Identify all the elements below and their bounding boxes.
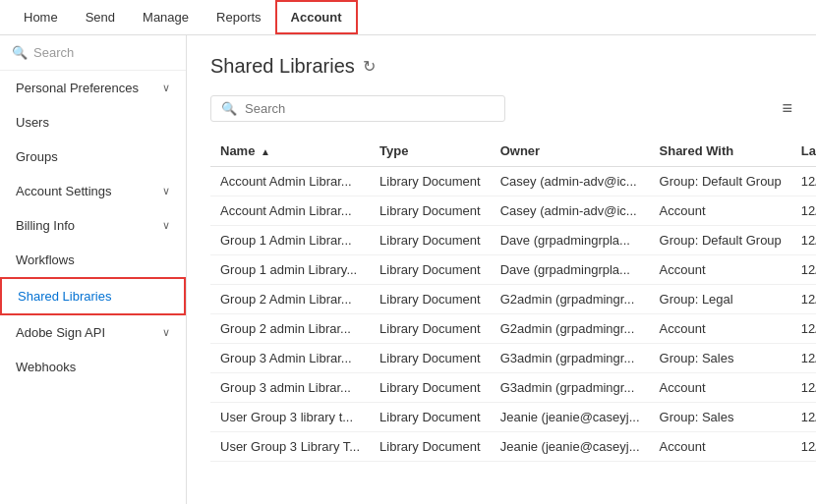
nav-manage[interactable]: Manage	[129, 0, 203, 34]
nav-account[interactable]: Account	[275, 0, 358, 34]
cell-type: Library Document	[370, 344, 491, 373]
cell-shared-with: Group: Sales	[650, 403, 791, 432]
cell-name: Group 1 Admin Librar...	[210, 226, 370, 255]
chevron-down-icon: ∨	[162, 326, 170, 339]
cell-type: Library Document	[370, 373, 491, 403]
table-row[interactable]: Group 3 admin Librar... Library Document…	[210, 373, 816, 403]
hamburger-icon[interactable]: ≡	[782, 98, 792, 119]
col-last-mod[interactable]: Last Modification	[791, 136, 816, 167]
sidebar-item-label: Account Settings	[16, 184, 112, 198]
cell-name: Account Admin Librar...	[210, 167, 370, 196]
cell-owner: G2admin (grpadmingr...	[491, 314, 650, 344]
nav-reports[interactable]: Reports	[203, 0, 275, 34]
sidebar-item-personal-preferences[interactable]: Personal Preferences ∨	[0, 71, 186, 105]
sidebar-item-billing-info[interactable]: Billing Info ∨	[0, 208, 186, 243]
cell-name: Group 2 admin Librar...	[210, 314, 370, 344]
sidebar: 🔍 Search Personal Preferences ∨ Users Gr…	[0, 35, 187, 504]
table-row[interactable]: Group 3 Admin Librar... Library Document…	[210, 344, 816, 373]
cell-shared-with: Group: Legal	[650, 285, 791, 314]
sidebar-item-webhooks[interactable]: Webhooks	[0, 350, 186, 384]
sidebar-item-users[interactable]: Users	[0, 105, 186, 140]
cell-shared-with: Group: Default Group	[650, 226, 791, 255]
cell-shared-with: Account	[650, 432, 791, 462]
nav-home[interactable]: Home	[10, 0, 72, 34]
sidebar-item-label: Shared Libraries	[18, 289, 111, 304]
cell-last-mod: 12/05/2019	[791, 432, 816, 462]
cell-last-mod: 12/05/2019	[791, 255, 816, 285]
col-owner-label: Owner	[500, 143, 540, 158]
table-row[interactable]: User Group 3 Library T... Library Docume…	[210, 432, 816, 462]
col-type-label: Type	[379, 143, 408, 158]
sidebar-item-label: Users	[16, 115, 49, 130]
search-input-wrap[interactable]: 🔍	[210, 95, 505, 122]
cell-last-mod: 12/05/2019	[791, 167, 816, 196]
page-title: Shared Libraries	[210, 55, 355, 78]
sidebar-item-label: Adobe Sign API	[16, 325, 105, 340]
sidebar-item-adobe-sign-api[interactable]: Adobe Sign API ∨	[0, 315, 186, 350]
cell-shared-with: Account	[650, 255, 791, 285]
table-row[interactable]: Group 2 Admin Librar... Library Document…	[210, 285, 816, 314]
table-row[interactable]: Group 1 admin Library... Library Documen…	[210, 255, 816, 285]
sidebar-item-label: Groups	[16, 149, 58, 164]
cell-owner: Dave (grpadmingrpla...	[491, 255, 650, 285]
table-row[interactable]: Group 1 Admin Librar... Library Document…	[210, 226, 816, 255]
sidebar-item-shared-libraries[interactable]: Shared Libraries	[0, 277, 186, 315]
chevron-down-icon: ∨	[162, 219, 170, 232]
cell-type: Library Document	[370, 255, 491, 285]
cell-owner: Jeanie (jeanie@caseyj...	[491, 403, 650, 432]
cell-last-mod: 12/05/2019	[791, 403, 816, 432]
cell-shared-with: Group: Sales	[650, 344, 791, 373]
search-input[interactable]	[245, 101, 410, 116]
cell-type: Library Document	[370, 403, 491, 432]
col-type[interactable]: Type	[370, 136, 491, 167]
cell-owner: Casey (admin-adv@ic...	[491, 196, 650, 226]
cell-type: Library Document	[370, 285, 491, 314]
cell-last-mod: 12/05/2019	[791, 344, 816, 373]
col-shared-with-label: Shared With	[660, 143, 734, 158]
col-owner[interactable]: Owner	[491, 136, 650, 167]
cell-owner: G2admin (grpadmingr...	[491, 285, 650, 314]
cell-owner: Dave (grpadmingrpla...	[491, 226, 650, 255]
sidebar-item-label: Webhooks	[16, 360, 76, 374]
cell-last-mod: 12/05/2019	[791, 226, 816, 255]
cell-name: User Group 3 library t...	[210, 403, 370, 432]
top-nav: Home Send Manage Reports Account	[0, 0, 816, 35]
search-row: 🔍 ≡	[210, 95, 792, 122]
nav-send[interactable]: Send	[72, 0, 129, 34]
sidebar-item-label: Billing Info	[16, 218, 75, 233]
cell-shared-with: Account	[650, 196, 791, 226]
cell-name: Group 1 admin Library...	[210, 255, 370, 285]
cell-owner: Jeanie (jeanie@caseyj...	[491, 432, 650, 462]
table-row[interactable]: Account Admin Librar... Library Document…	[210, 196, 816, 226]
table-row[interactable]: User Group 3 library t... Library Docume…	[210, 403, 816, 432]
main-layout: 🔍 Search Personal Preferences ∨ Users Gr…	[0, 35, 816, 504]
col-shared-with[interactable]: Shared With	[650, 136, 791, 167]
cell-shared-with: Group: Default Group	[650, 167, 791, 196]
col-last-mod-label: Last Modification	[801, 143, 816, 158]
cell-owner: Casey (admin-adv@ic...	[491, 167, 650, 196]
col-name-label: Name	[220, 143, 255, 158]
refresh-icon[interactable]: ↻	[363, 57, 376, 76]
chevron-down-icon: ∨	[162, 185, 170, 197]
sidebar-item-label: Workflows	[16, 252, 75, 267]
sidebar-item-workflows[interactable]: Workflows	[0, 243, 186, 277]
chevron-down-icon: ∨	[162, 82, 170, 94]
sidebar-item-account-settings[interactable]: Account Settings ∨	[0, 174, 186, 208]
main-content: Shared Libraries ↻ 🔍 ≡ Name ▲ Type	[187, 35, 816, 504]
cell-shared-with: Account	[650, 314, 791, 344]
table-row[interactable]: Group 2 admin Librar... Library Document…	[210, 314, 816, 344]
cell-name: Group 2 Admin Librar...	[210, 285, 370, 314]
cell-last-mod: 12/05/2019	[791, 285, 816, 314]
sidebar-item-label: Personal Preferences	[16, 81, 139, 95]
sidebar-item-groups[interactable]: Groups	[0, 140, 186, 174]
sort-asc-icon: ▲	[261, 146, 270, 157]
table-row[interactable]: Account Admin Librar... Library Document…	[210, 167, 816, 196]
cell-owner: G3admin (grpadmingr...	[491, 344, 650, 373]
cell-type: Library Document	[370, 314, 491, 344]
cell-shared-with: Account	[650, 373, 791, 403]
sidebar-search[interactable]: 🔍 Search	[0, 35, 186, 71]
cell-last-mod: 12/05/2019	[791, 314, 816, 344]
col-name[interactable]: Name ▲	[210, 136, 370, 167]
search-icon: 🔍	[221, 101, 237, 116]
cell-type: Library Document	[370, 432, 491, 462]
